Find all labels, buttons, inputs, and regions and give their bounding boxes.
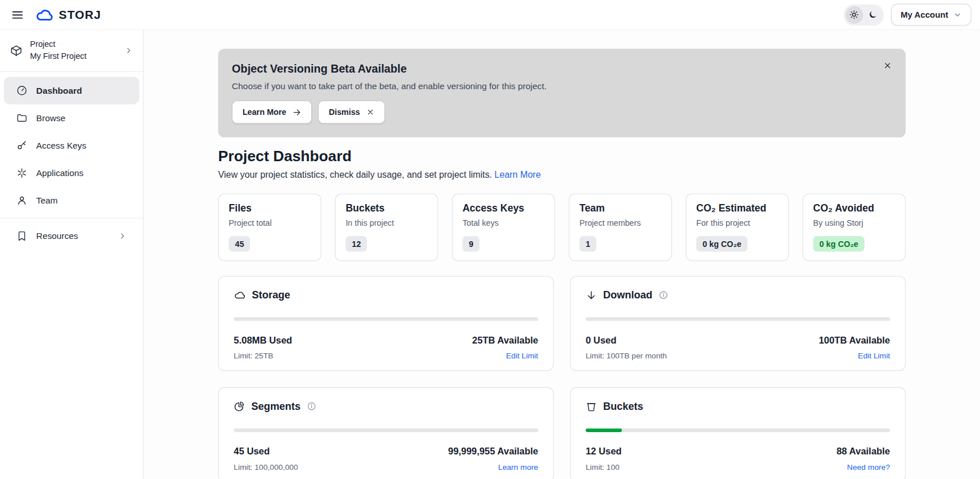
sidebar-item-applications[interactable]: Applications: [4, 159, 140, 186]
stat-card-buckets: Buckets In this project 12: [335, 194, 438, 261]
buckets-need-more-link[interactable]: Need more?: [847, 463, 890, 472]
storj-cloud-icon: [35, 5, 54, 24]
stat-card-value-badge: 1: [580, 236, 597, 252]
segments-icon: [234, 401, 245, 412]
page-subtitle-text: View your project statistics, check dail…: [218, 170, 492, 179]
stat-card-title: CO₂ Avoided: [813, 203, 895, 214]
sidebar-item-browse[interactable]: Browse: [4, 104, 140, 131]
stat-card-value-badge: 9: [462, 236, 479, 252]
key-icon: [16, 139, 27, 151]
project-selector[interactable]: Project My First Project: [0, 30, 143, 71]
light-mode-button[interactable]: [846, 6, 863, 23]
stat-card-title: CO₂ Estimated: [696, 203, 778, 214]
info-icon[interactable]: [307, 401, 316, 410]
arrow-down-icon: [586, 289, 597, 301]
moon-icon: [868, 10, 878, 19]
info-icon[interactable]: [658, 290, 668, 300]
banner-close-button[interactable]: [880, 59, 894, 73]
bucket-icon: [586, 401, 597, 412]
main-area: Object Versioning Beta Available Choose …: [144, 30, 980, 479]
my-account-label: My Account: [900, 10, 948, 19]
buckets-available: 88 Available: [836, 446, 890, 457]
sidebar-item-label: Resources: [36, 231, 78, 241]
segments-card: Segments 45 Used 99,999,955 Available: [218, 387, 554, 479]
dashboard-learn-more-link[interactable]: Learn More: [494, 170, 541, 179]
stat-card-title: Team: [580, 203, 661, 214]
dismiss-button[interactable]: Dismiss: [318, 101, 385, 123]
stat-card-subtitle: For this project: [696, 218, 778, 227]
learn-more-label: Learn More: [243, 107, 287, 117]
menu-button[interactable]: [9, 6, 26, 23]
stat-card-subtitle: In this project: [346, 218, 427, 227]
usage-card-title: Buckets: [603, 400, 643, 412]
sidebar-item-label: Applications: [36, 168, 83, 178]
sidebar-item-dashboard[interactable]: Dashboard: [4, 77, 140, 104]
stat-card-co2-estimated: CO₂ Estimated For this project 0 kg CO₂e: [685, 194, 788, 261]
download-limit: Limit: 100TB per month: [586, 352, 667, 360]
project-name: My First Project: [30, 50, 86, 62]
storage-used: 5.08MB Used: [234, 335, 292, 346]
segments-learn-more-link[interactable]: Learn more: [498, 463, 538, 472]
buckets-used: 12 Used: [586, 446, 622, 457]
storj-logo[interactable]: STORJ: [35, 5, 101, 24]
project-label: Project: [30, 39, 86, 51]
storage-card: Storage 5.08MB Used 25TB Available Limit…: [218, 276, 554, 371]
stat-card-title: Files: [229, 203, 311, 214]
download-used: 0 Used: [586, 335, 617, 346]
stat-card-value-badge: 45: [229, 236, 251, 252]
download-card: Download 0 Used 100TB Available: [570, 276, 906, 371]
close-icon: [366, 108, 374, 116]
stat-card-title: Access Keys: [462, 203, 544, 214]
storage-available: 25TB Available: [472, 335, 538, 346]
page-title: Project Dashboard: [218, 147, 906, 165]
stat-card-team: Team Project members 1: [569, 194, 672, 261]
buckets-card: Buckets 12 Used 88 Available Limit: 100 …: [570, 387, 906, 479]
bookmark-icon: [16, 230, 27, 242]
theme-toggle: [844, 4, 884, 25]
sun-icon: [850, 10, 859, 19]
person-icon: [16, 195, 27, 206]
download-edit-limit-link[interactable]: Edit Limit: [858, 352, 890, 360]
sidebar-item-access-keys[interactable]: Access Keys: [4, 131, 140, 159]
stat-card-subtitle: Project total: [229, 218, 311, 227]
logo-text: STORJ: [59, 8, 101, 22]
applications-icon: [16, 167, 27, 178]
banner-title: Object Versioning Beta Available: [232, 62, 888, 75]
sidebar-divider: [0, 218, 143, 218]
stat-card-files: Files Project total 45: [218, 194, 321, 261]
stat-card-value-badge: 0 kg CO₂e: [696, 236, 748, 252]
learn-more-button[interactable]: Learn More: [232, 101, 312, 123]
sidebar-item-label: Team: [36, 195, 57, 205]
close-icon: [883, 61, 892, 70]
stat-card-grid: Files Project total 45 Buckets In this p…: [218, 194, 906, 261]
dark-mode-button[interactable]: [864, 6, 882, 23]
beta-banner: Object Versioning Beta Available Choose …: [218, 49, 906, 137]
buckets-limit: Limit: 100: [586, 463, 620, 472]
download-progress-bar: [586, 317, 890, 321]
stat-card-access-keys: Access Keys Total keys 9: [452, 194, 555, 261]
storage-edit-limit-link[interactable]: Edit Limit: [506, 352, 538, 360]
storage-limit: Limit: 25TB: [234, 352, 273, 360]
usage-card-grid: Segments 45 Used 99,999,955 Available: [218, 387, 906, 479]
usage-card-grid: Storage 5.08MB Used 25TB Available Limit…: [218, 276, 906, 371]
usage-card-title: Download: [603, 289, 652, 301]
buckets-progress-bar: [586, 428, 890, 432]
arrow-right-icon: [292, 107, 301, 116]
storage-progress-bar: [234, 317, 538, 321]
stat-card-value-badge: 12: [346, 236, 367, 252]
top-bar: STORJ My Account: [0, 0, 980, 30]
sidebar-item-resources[interactable]: Resources: [4, 222, 140, 250]
sidebar-item-label: Access Keys: [36, 140, 86, 150]
stat-card-co2-avoided: CO₂ Avoided By using Storj 0 kg CO₂e: [803, 194, 906, 261]
sidebar-nav: Dashboard Browse Access Keys: [0, 71, 143, 249]
usage-card-title: Segments: [251, 400, 300, 412]
my-account-button[interactable]: My Account: [891, 4, 971, 26]
usage-card-title: Storage: [252, 289, 290, 301]
sidebar-item-team[interactable]: Team: [4, 186, 140, 214]
stat-card-subtitle: Project members: [580, 218, 661, 227]
cloud-icon: [234, 289, 246, 301]
stat-card-title: Buckets: [346, 203, 427, 214]
progress-fill: [586, 428, 622, 432]
folder-icon: [16, 112, 27, 123]
sidebar-item-label: Browse: [36, 113, 65, 122]
